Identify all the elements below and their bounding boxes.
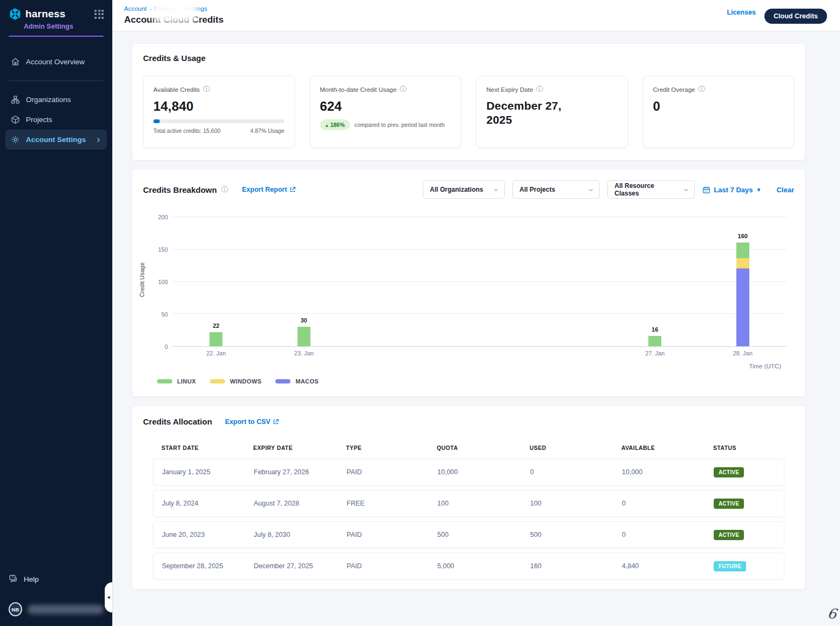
legend-item-windows[interactable]: WINDOWS: [210, 378, 261, 385]
gear-icon: [11, 135, 20, 144]
status-badge: ACTIVE: [714, 530, 744, 540]
cell-used: 0: [530, 468, 622, 476]
table-header-row: START DATEEXPIRY DATETYPEQUOTAUSEDAVAILA…: [153, 445, 784, 451]
x-tick: [216, 346, 216, 348]
user-profile[interactable]: NB: [9, 602, 104, 616]
cell-expiry: July 8, 2030: [254, 531, 347, 539]
cell-quota: 5,000: [437, 562, 530, 570]
delta-badge: 186%: [320, 119, 350, 130]
cell-start: July 8, 2024: [162, 500, 254, 507]
licenses-link[interactable]: Licenses: [727, 9, 756, 16]
chart-slot-23Jan: 3023. Jan: [260, 217, 348, 346]
y-tick-label: 100: [158, 279, 168, 285]
x-tick: [304, 346, 304, 348]
linux-bar-segment[interactable]: [648, 336, 661, 346]
sidebar-item-account-overview[interactable]: Account Overview: [5, 52, 107, 72]
column-header: USED: [530, 445, 621, 451]
sidebar-item-label: Projects: [26, 116, 52, 124]
chevron-right-icon: [95, 137, 101, 143]
credits-usage-panel: Credits & Usage Available Credits ⓘ 14,8…: [132, 43, 805, 160]
chart-slot-24Jan: [348, 217, 436, 346]
sidebar-collapse-handle[interactable]: ◀: [105, 582, 112, 612]
x-tick-label: 22. Jan: [206, 350, 226, 356]
main-area: Account - Product > Settings Account Clo…: [112, 0, 840, 626]
credits-usage-title: Credits & Usage: [143, 53, 794, 63]
cell-used: 100: [530, 500, 622, 507]
linux-bar-segment[interactable]: [209, 332, 222, 346]
app-switcher-icon[interactable]: [94, 10, 104, 19]
projects-select[interactable]: All Projects: [512, 180, 600, 199]
projects-select-value: All Projects: [519, 186, 555, 193]
legend-label: LINUX: [177, 378, 196, 385]
cloud-credits-button[interactable]: Cloud Credits: [764, 9, 827, 24]
sidebar-item-organizations[interactable]: Organizations: [5, 90, 107, 110]
help-chat-icon: ?: [9, 574, 18, 584]
table-row: September 28, 2025December 27, 2025PAID5…: [153, 553, 784, 580]
legend-swatch: [210, 379, 225, 383]
cell-used: 160: [530, 562, 622, 570]
linux-bar-segment[interactable]: [297, 327, 310, 346]
export-report-link[interactable]: Export Report: [242, 186, 295, 193]
cell-expiry: August 7, 2028: [254, 500, 347, 507]
sidebar-item-account-settings[interactable]: Account Settings: [5, 130, 107, 150]
cell-available: 0: [622, 500, 714, 507]
breadcrumb-product[interactable]: - Product: [150, 5, 175, 12]
breadcrumb-settings[interactable]: Settings: [185, 5, 207, 12]
sidebar-header: harness Admin Settings: [0, 0, 112, 42]
table-body: January 1, 2025February 27, 2026PAID10,0…: [153, 459, 784, 580]
page-header-actions: Licenses Cloud Credits: [727, 5, 827, 25]
legend-item-macos[interactable]: MACOS: [275, 378, 319, 385]
legend-item-linux[interactable]: LINUX: [157, 378, 196, 385]
cell-type: PAID: [347, 468, 437, 476]
chart-slot-26Jan: [523, 217, 611, 346]
next-expiry-card: Next Expiry Date ⓘ December 27, 2025: [476, 76, 628, 148]
info-icon[interactable]: ⓘ: [203, 85, 210, 94]
user-name-redacted: [28, 605, 104, 614]
module-subtitle: Admin Settings: [24, 23, 104, 30]
sidebar-footer: ? Help NB: [0, 574, 112, 626]
column-header: QUOTA: [437, 445, 530, 451]
date-range-filter[interactable]: Last 7 Days ▼: [702, 186, 761, 194]
avatar[interactable]: NB: [9, 602, 22, 616]
info-icon[interactable]: ⓘ: [399, 85, 407, 94]
projects-icon: [11, 115, 20, 124]
chart-slot-28Jan: 16028. Jan: [699, 217, 787, 346]
app-window: harness Admin Settings Account Overview: [0, 0, 840, 626]
bar-total-label: 16: [652, 326, 658, 333]
info-icon[interactable]: ⓘ: [221, 185, 228, 194]
calendar-icon: [702, 186, 710, 194]
help-button[interactable]: ? Help: [9, 574, 104, 584]
credits-breakdown-panel: Credits Breakdown ⓘ Export Report All Or…: [132, 169, 805, 397]
organizations-select[interactable]: All Organizations: [423, 180, 505, 199]
y-tick-label: 0: [165, 344, 168, 350]
available-credits-value: 14,840: [153, 99, 284, 114]
y-tick-label: 200: [158, 214, 168, 220]
sidebar-item-projects[interactable]: Projects: [5, 110, 107, 130]
status-badge: ACTIVE: [714, 467, 744, 477]
export-report-label: Export Report: [242, 186, 287, 193]
chart-slot-27Jan: 1627. Jan: [611, 217, 699, 346]
y-axis-title: Credit Usage: [139, 262, 145, 297]
info-icon[interactable]: ⓘ: [698, 85, 705, 94]
nav-divider: [9, 80, 104, 81]
sidebar-item-label: Account Overview: [26, 58, 85, 66]
windows-bar-segment[interactable]: [736, 258, 749, 268]
sidebar-item-label: Organizations: [26, 96, 71, 104]
usage-percent: 4.87% Usage: [250, 127, 284, 134]
x-tick: [743, 346, 743, 348]
clear-filters-link[interactable]: Clear: [776, 186, 794, 194]
external-link-icon: [273, 419, 279, 425]
organizations-icon: [11, 95, 20, 104]
page-content: Credits & Usage Available Credits ⓘ 14,8…: [112, 31, 840, 626]
legend-label: WINDOWS: [230, 378, 261, 385]
info-icon[interactable]: ⓘ: [536, 85, 543, 94]
macos-bar-segment[interactable]: [736, 268, 749, 346]
credit-overage-card: Credit Overage ⓘ 0: [643, 76, 795, 148]
linux-bar-segment[interactable]: [736, 243, 749, 258]
cell-expiry: February 27, 2026: [254, 468, 347, 476]
export-csv-link[interactable]: Export to CSV: [225, 418, 279, 426]
total-active-credits: Total active credits: 15,600: [153, 127, 220, 134]
resource-classes-select[interactable]: All Resource Classes: [607, 180, 695, 199]
breadcrumb-account[interactable]: Account: [124, 5, 147, 12]
column-header: START DATE: [161, 445, 253, 451]
